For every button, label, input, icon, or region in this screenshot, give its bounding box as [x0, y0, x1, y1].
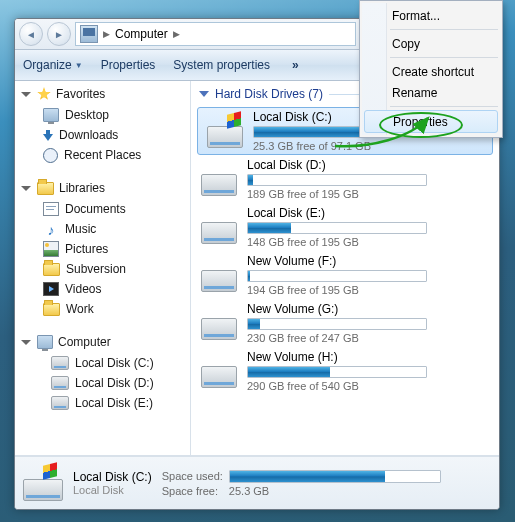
- drive-item[interactable]: New Volume (G:)230 GB free of 247 GB: [191, 299, 499, 347]
- drive-free-text: 194 GB free of 195 GB: [247, 284, 491, 296]
- tree-libraries-title: Libraries: [59, 181, 105, 195]
- video-icon: [43, 282, 59, 296]
- context-menu-item[interactable]: Format...: [362, 5, 500, 26]
- breadcrumb-computer[interactable]: Computer: [115, 27, 168, 41]
- cmd-organize-label: Organize: [23, 58, 72, 72]
- chevron-right-icon: ▶: [103, 29, 110, 39]
- tree-item-label: Downloads: [59, 128, 118, 142]
- cmd-properties[interactable]: Properties: [101, 58, 156, 72]
- cmd-overflow[interactable]: »: [292, 58, 300, 72]
- disk-icon: [51, 396, 69, 410]
- disk-icon: [51, 376, 69, 390]
- tree-item-label: Local Disk (D:): [75, 376, 154, 390]
- tree-item-label: Subversion: [66, 262, 126, 276]
- tree-computer-header[interactable]: Computer: [15, 329, 190, 353]
- context-menu-item[interactable]: Create shortcut: [362, 61, 500, 82]
- details-free-label: Space free:: [162, 485, 223, 497]
- drive-usage-bar: [247, 318, 427, 330]
- drive-free-text: 230 GB free of 247 GB: [247, 332, 491, 344]
- drive-icon: [201, 258, 237, 292]
- tree-item[interactable]: Videos: [15, 279, 190, 299]
- drive-icon: [201, 162, 237, 196]
- drive-free-text: 148 GB free of 195 GB: [247, 236, 491, 248]
- tree-libraries-header[interactable]: Libraries: [15, 175, 190, 199]
- tree-item[interactable]: Desktop: [15, 105, 190, 125]
- forward-button[interactable]: ►: [47, 22, 71, 46]
- computer-icon: [37, 335, 53, 349]
- details-pane: Local Disk (C:) Local Disk Space used: S…: [15, 456, 499, 509]
- expand-icon: [21, 92, 31, 97]
- tree-item[interactable]: Pictures: [15, 239, 190, 259]
- drive-usage-bar: [247, 222, 427, 234]
- folder-icon: [43, 303, 60, 316]
- drive-free-text: 25.3 GB free of 97.1 GB: [253, 140, 485, 152]
- drive-icon: [201, 210, 237, 244]
- details-drive-type: Local Disk: [73, 484, 152, 496]
- tree-item[interactable]: Local Disk (C:): [15, 353, 190, 373]
- context-menu-separator: [390, 29, 498, 30]
- chevron-right-icon: ▶: [173, 29, 180, 39]
- tree-item-label: Music: [65, 222, 96, 236]
- cmd-organize[interactable]: Organize ▼: [23, 58, 83, 72]
- breadcrumb[interactable]: ▶ Computer ▶: [75, 22, 356, 46]
- drive-item[interactable]: New Volume (H:)290 GB free of 540 GB: [191, 347, 499, 395]
- forward-arrow-icon: ►: [54, 29, 64, 40]
- tree-item-label: Local Disk (E:): [75, 396, 153, 410]
- tree-item-label: Work: [66, 302, 94, 316]
- tree-item-label: Pictures: [65, 242, 108, 256]
- details-drive-name: Local Disk (C:): [73, 470, 152, 484]
- context-menu-item[interactable]: Copy: [362, 33, 500, 54]
- context-menu-item[interactable]: Properties: [364, 110, 498, 133]
- clock-icon: [43, 148, 58, 163]
- drive-free-text: 189 GB free of 195 GB: [247, 188, 491, 200]
- drive-icon: [201, 354, 237, 388]
- tree-item[interactable]: Recent Places: [15, 145, 190, 165]
- libraries-icon: [37, 182, 54, 195]
- drive-item[interactable]: New Volume (F:)194 GB free of 195 GB: [191, 251, 499, 299]
- tree-item[interactable]: Documents: [15, 199, 190, 219]
- tree-item[interactable]: Downloads: [15, 125, 190, 145]
- drive-name: New Volume (F:): [247, 254, 491, 268]
- tree-item[interactable]: Local Disk (E:): [15, 393, 190, 413]
- drive-name: Local Disk (E:): [247, 206, 491, 220]
- context-menu-separator: [390, 57, 498, 58]
- folder-icon: [43, 263, 60, 276]
- monitor-icon: [43, 108, 59, 122]
- tree-item[interactable]: Local Disk (D:): [15, 373, 190, 393]
- collapse-icon: [199, 91, 209, 97]
- computer-icon: [80, 25, 98, 43]
- star-icon: [37, 87, 51, 101]
- tree-favorites-title: Favorites: [56, 87, 105, 101]
- drive-usage-bar: [247, 366, 427, 378]
- context-menu-item[interactable]: Rename: [362, 82, 500, 103]
- context-menu-separator: [390, 106, 498, 107]
- drive-item[interactable]: Local Disk (D:)189 GB free of 195 GB: [191, 155, 499, 203]
- group-title: Hard Disk Drives (7): [215, 87, 323, 101]
- download-icon: [43, 134, 53, 141]
- drive-usage-bar: [247, 174, 427, 186]
- drive-free-text: 290 GB free of 540 GB: [247, 380, 491, 392]
- tree-item[interactable]: Work: [15, 299, 190, 319]
- details-used-label: Space used:: [162, 470, 223, 482]
- expand-icon: [21, 340, 31, 345]
- cmd-system-properties[interactable]: System properties: [173, 58, 270, 72]
- disk-icon: [51, 356, 69, 370]
- pic-icon: [43, 241, 59, 257]
- cmd-system-properties-label: System properties: [173, 58, 270, 72]
- tree-computer-title: Computer: [58, 335, 111, 349]
- back-button[interactable]: ◄: [19, 22, 43, 46]
- drive-name: Local Disk (D:): [247, 158, 491, 172]
- tree-favorites-header[interactable]: Favorites: [15, 81, 190, 105]
- drive-icon: [201, 306, 237, 340]
- tree-item[interactable]: ♪Music: [15, 219, 190, 239]
- drive-name: New Volume (H:): [247, 350, 491, 364]
- drive-item[interactable]: Local Disk (E:)148 GB free of 195 GB: [191, 203, 499, 251]
- tree-item[interactable]: Subversion: [15, 259, 190, 279]
- details-kv: Space used: Space free: 25.3 GB: [162, 470, 441, 497]
- drive-list: Local Disk (C:)25.3 GB free of 97.1 GBLo…: [191, 107, 499, 455]
- context-menu[interactable]: Format...CopyCreate shortcutRenameProper…: [359, 0, 503, 138]
- nav-tree: Favorites DesktopDownloadsRecent Places …: [15, 81, 191, 455]
- tree-item-label: Recent Places: [64, 148, 141, 162]
- note-icon: [43, 202, 59, 216]
- details-free-value: 25.3 GB: [229, 485, 441, 497]
